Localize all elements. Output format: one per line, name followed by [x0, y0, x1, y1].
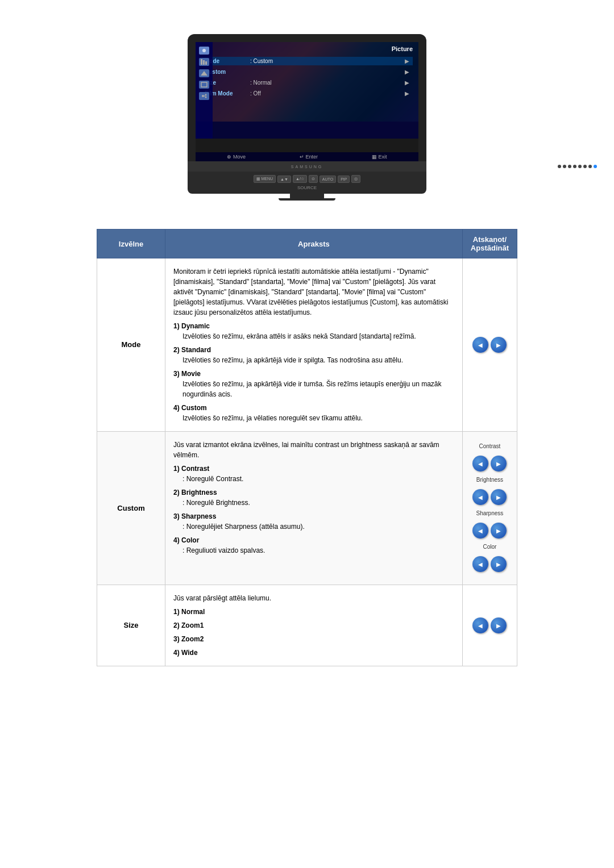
- svg-rect-2: [201, 59, 202, 65]
- osd-icon-5: [199, 92, 209, 100]
- mode-item-1-title: 1) Dynamic: [173, 321, 454, 331]
- monitor-stand-bottom: [279, 198, 335, 201]
- mode-item-2-text: Izvēloties šo režīmu, ja apkārtējā vide …: [173, 355, 454, 365]
- osd-row-filmmode: Film Mode : Off ▶: [201, 89, 413, 98]
- btn-pip[interactable]: PIP: [338, 176, 350, 183]
- osd-icon-2: [199, 58, 209, 66]
- custom-item-3-text: : Noregulējiet Sharpness (attēla asumu).: [173, 521, 454, 532]
- nav-btn-prev-color[interactable]: ◀: [472, 556, 488, 572]
- action-size: ◀ ▶: [462, 585, 517, 666]
- osd-icon-3: [199, 69, 209, 77]
- mode-item-4-title: 4) Custom: [173, 403, 454, 413]
- osd-panel-title: Picture: [201, 45, 413, 52]
- action-label-brightness: Brightness: [476, 475, 503, 484]
- nav-btn-prev-sharpness[interactable]: ◀: [472, 523, 488, 539]
- menu-label-size: Size: [97, 585, 165, 666]
- svg-point-1: [202, 49, 206, 52]
- osd-row-size: Size : Normal ▶: [201, 78, 413, 87]
- header-action: Atskaņot/ Apstādināt: [462, 229, 517, 258]
- nav-btn-prev-contrast[interactable]: ◀: [472, 456, 488, 471]
- nav-btn-prev-brightness[interactable]: ◀: [472, 489, 488, 505]
- nav-btn-next-color[interactable]: ▶: [491, 556, 507, 572]
- nav-btn-prev-mode[interactable]: ◀: [472, 337, 488, 353]
- svg-marker-5: [201, 71, 208, 76]
- osd-row-custom: Custom ▶: [201, 68, 413, 76]
- nav-btn-prev-size[interactable]: ◀: [472, 617, 488, 633]
- size-item-3: 3) Zoom2: [173, 634, 454, 644]
- monitor-controls: ▦ MENU ▲▼ ▲/☆ ⊙ AUTO PIP ◎ SOURCE: [188, 172, 426, 194]
- menu-label-mode: Mode: [97, 258, 165, 432]
- osd-icon-4: [199, 81, 209, 89]
- table-row-size: Size Jūs varat pārslēgt attēla lielumu. …: [97, 585, 517, 666]
- mode-item-2-title: 2) Standard: [173, 345, 454, 355]
- svg-point-7: [202, 95, 204, 97]
- mode-item-3-text: Izvēloties šo režīmu, ja apkārtējā vide …: [173, 379, 454, 399]
- monitor-logo: SAMSUNG: [291, 165, 323, 169]
- osd-bottom-bar: ⊕ Move ↵ Enter ▦ Exit: [196, 152, 418, 161]
- action-custom: Contrast ◀ ▶ Brightness ◀ ▶ Sharpness: [462, 432, 517, 585]
- btn-circle[interactable]: ⊙: [309, 175, 318, 183]
- action-label-sharpness: Sharpness: [476, 509, 504, 518]
- header-menu: Izvēlne: [97, 229, 165, 258]
- btn-auto[interactable]: AUTO: [320, 176, 336, 183]
- nav-btn-next-sharpness[interactable]: ▶: [491, 523, 507, 539]
- menu-label-custom: Custom: [97, 432, 165, 585]
- osd-icon-1: [199, 47, 209, 55]
- table-row-mode: Mode Monitoram ir četri iepriekš rūpnīcā…: [97, 258, 517, 432]
- mode-item-1-text: Izvēloties šo režīmu, ekrāna attēls ir a…: [173, 331, 454, 341]
- nav-btn-next-contrast[interactable]: ▶: [491, 456, 507, 471]
- header-description: Apraksts: [165, 229, 463, 258]
- custom-item-1-text: : Noregulē Contrast.: [173, 474, 454, 484]
- custom-item-4-title: 4) Color: [173, 535, 454, 545]
- nav-btn-next-mode[interactable]: ▶: [491, 337, 507, 353]
- btn-nav[interactable]: ▲▼: [277, 176, 291, 183]
- desc-custom-intro: Jūs varat izmantot ekrāna izvēlnes, lai …: [173, 441, 439, 459]
- custom-item-3-title: 3) Sharpness: [173, 511, 454, 521]
- osd-row-mode: Mode : Custom ▶: [201, 57, 413, 65]
- mode-item-3-title: 3) Movie: [173, 369, 454, 379]
- svg-rect-3: [203, 60, 205, 65]
- btn-brightness[interactable]: ▲/☆: [293, 175, 307, 183]
- monitor-display: Picture Mode : Custom ▶ Custom ▶: [188, 34, 426, 201]
- svg-rect-4: [205, 61, 207, 65]
- monitor-stand-top: [290, 194, 324, 198]
- action-label-contrast: Contrast: [479, 442, 501, 450]
- source-label: SOURCE: [196, 185, 418, 190]
- size-item-2: 2) Zoom1: [173, 620, 454, 631]
- action-mode: ◀ ▶: [462, 258, 517, 432]
- desc-custom: Jūs varat izmantot ekrāna izvēlnes, lai …: [165, 432, 463, 585]
- custom-item-2-text: : Noregulē Brightness.: [173, 498, 454, 508]
- main-info-table: Izvēlne Apraksts Atskaņot/ Apstādināt Mo…: [97, 229, 517, 666]
- table-row-custom: Custom Jūs varat izmantot ekrāna izvēlne…: [97, 432, 517, 585]
- desc-size-intro: Jūs varat pārslēgt attēla lielumu.: [173, 594, 271, 602]
- action-label-color: Color: [483, 542, 496, 551]
- size-item-1: 1) Normal: [173, 607, 454, 617]
- monitor-logo-bar: SAMSUNG: [188, 161, 426, 172]
- nav-btn-next-brightness[interactable]: ▶: [491, 489, 507, 505]
- svg-rect-6: [201, 82, 207, 87]
- custom-item-1-title: 1) Contrast: [173, 464, 454, 474]
- info-table-section: Izvēlne Apraksts Atskaņot/ Apstādināt Mo…: [97, 229, 517, 666]
- btn-menu[interactable]: ▦ MENU: [254, 175, 276, 183]
- desc-size: Jūs varat pārslēgt attēla lielumu. 1) No…: [165, 585, 463, 666]
- custom-item-4-text: : Reguliuoti vaizdo spalvas.: [173, 545, 454, 556]
- btn-power[interactable]: ◎: [351, 175, 360, 183]
- desc-mode: Monitoram ir četri iepriekš rūpnīcā iest…: [165, 258, 463, 432]
- desc-mode-intro: Monitoram ir četri iepriekš rūpnīcā iest…: [173, 268, 448, 316]
- nav-btn-next-size[interactable]: ▶: [491, 617, 507, 633]
- mode-item-4-text: Izvēloties šo režīmu, ja vēlaties noregu…: [173, 413, 454, 423]
- size-item-4: 4) Wide: [173, 648, 454, 658]
- custom-item-2-title: 2) Brightness: [173, 487, 454, 498]
